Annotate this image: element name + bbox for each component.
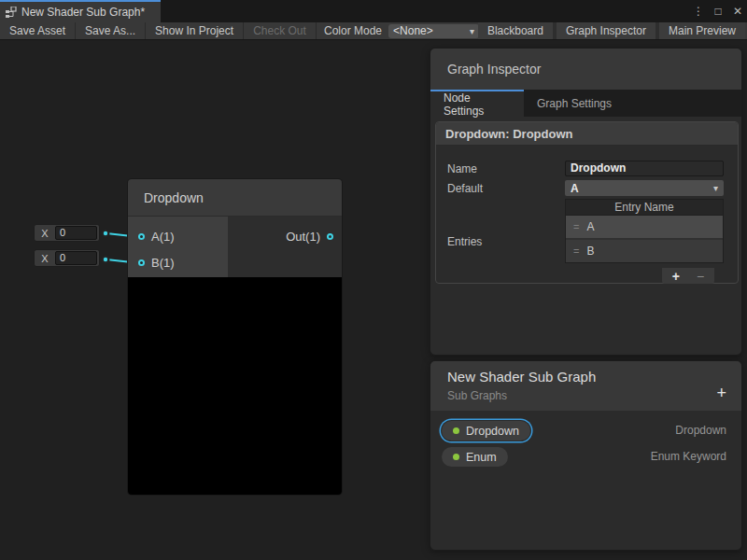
inspector-tabbar: Node Settings Graph Settings — [430, 90, 741, 117]
node-settings-section: Dropdown: Dropdown Name Dropdown Default… — [435, 121, 739, 284]
property-dot-icon — [453, 454, 459, 460]
node-title[interactable]: Dropdown — [128, 179, 342, 217]
blackboard-title: New Shader Sub Graph — [447, 369, 596, 385]
port-a-label: A(1) — [151, 230, 175, 244]
drag-handle-icon[interactable]: = — [573, 221, 579, 232]
entries-label: Entries — [447, 235, 482, 248]
graph-inspector-title: Graph Inspector — [447, 62, 541, 77]
port-a[interactable]: A(1) — [138, 230, 175, 244]
add-property-button[interactable]: + — [716, 384, 726, 403]
graph-inspector-panel: Graph Inspector Node Settings Graph Sett… — [430, 48, 742, 356]
port-out[interactable]: Out(1) — [286, 230, 333, 244]
blackboard-item-enum: Enum Enum Keyword — [430, 447, 742, 468]
port-b[interactable]: B(1) — [138, 256, 175, 270]
default-dropdown[interactable]: A ▾ — [565, 180, 724, 196]
name-field[interactable]: Dropdown — [565, 161, 724, 176]
port-b-icon[interactable] — [138, 259, 145, 266]
entry-row[interactable]: = B — [566, 240, 723, 262]
property-type-label: Dropdown — [675, 424, 726, 437]
color-mode-value: <None> — [393, 24, 433, 37]
remove-entry-button[interactable]: − — [697, 269, 704, 284]
title-bar: New Shader Sub Graph* ⋮ □ ✕ — [0, 0, 747, 22]
color-mode-label: Color Mode — [324, 24, 382, 37]
shader-graph-icon — [6, 7, 17, 18]
maximize-icon[interactable]: □ — [712, 5, 724, 18]
entry-row[interactable]: = A — [566, 216, 723, 238]
port-b-label: B(1) — [151, 256, 175, 270]
save-as-button[interactable]: Save As... — [76, 22, 146, 39]
toolbar: Save Asset Save As... Show In Project Ch… — [0, 22, 747, 40]
save-asset-button[interactable]: Save Asset — [0, 22, 76, 39]
enum-property-pill[interactable]: Enum — [442, 447, 508, 467]
default-label: Default — [447, 182, 483, 195]
blackboard-toggle-button[interactable]: Blackboard — [478, 22, 553, 39]
show-in-project-button[interactable]: Show In Project — [146, 22, 244, 39]
property-label: Dropdown — [466, 425, 519, 438]
chevron-down-icon: ▾ — [713, 183, 718, 193]
blackboard-header[interactable]: New Shader Sub Graph Sub Graphs + — [430, 361, 741, 411]
blackboard-subtitle: Sub Graphs — [447, 389, 507, 402]
name-label: Name — [447, 162, 477, 175]
graph-inspector-toggle-button[interactable]: Graph Inspector — [557, 22, 655, 39]
drag-handle-icon[interactable]: = — [573, 245, 579, 257]
input-a-value-field[interactable]: 0 — [55, 226, 97, 240]
default-value: A — [571, 182, 579, 195]
entries-table: Entry Name = A = B — [565, 199, 724, 263]
input-a-value-widget[interactable]: X 0 — [34, 224, 100, 242]
blackboard-panel: New Shader Sub Graph Sub Graphs + Dropdo… — [430, 360, 742, 551]
dropdown-node[interactable]: Dropdown A(1) B(1) Out(1) — [128, 179, 342, 495]
blackboard-item-dropdown: Dropdown Dropdown — [430, 421, 742, 441]
dropdown-property-pill[interactable]: Dropdown — [442, 421, 530, 441]
window-menu-icon[interactable]: ⋮ — [693, 5, 704, 18]
color-mode-dropdown[interactable]: <None> ▾ — [388, 24, 479, 38]
chevron-down-icon: ▾ — [470, 26, 474, 36]
entries-footer: + − — [662, 268, 714, 284]
component-x-label: X — [35, 228, 55, 239]
input-b-value-field[interactable]: 0 — [55, 251, 97, 265]
add-entry-button[interactable]: + — [672, 269, 680, 284]
tab-node-settings[interactable]: Node Settings — [430, 90, 524, 117]
entry-row-label: A — [586, 220, 594, 233]
shader-graph-window: New Shader Sub Graph* ⋮ □ ✕ Save Asset S… — [0, 0, 747, 560]
graph-inspector-header[interactable]: Graph Inspector — [430, 49, 741, 90]
component-x-label: X — [35, 253, 55, 264]
tab-graph-settings[interactable]: Graph Settings — [524, 90, 625, 117]
section-title: Dropdown: Dropdown — [436, 122, 738, 146]
document-tab-title: New Shader Sub Graph* — [21, 6, 145, 19]
close-icon[interactable]: ✕ — [732, 5, 743, 18]
check-out-button: Check Out — [244, 22, 317, 39]
property-type-label: Enum Keyword — [651, 450, 726, 463]
port-out-icon[interactable] — [327, 233, 333, 240]
entry-row-label: B — [586, 245, 594, 258]
port-a-icon[interactable] — [138, 233, 145, 240]
input-b-value-widget[interactable]: X 0 — [34, 249, 100, 267]
node-preview — [128, 277, 342, 495]
port-out-label: Out(1) — [286, 230, 320, 244]
property-dot-icon — [453, 427, 459, 434]
property-label: Enum — [466, 451, 497, 464]
entries-table-header: Entry Name — [566, 200, 723, 216]
main-preview-toggle-button[interactable]: Main Preview — [659, 22, 745, 39]
document-tab[interactable]: New Shader Sub Graph* — [0, 0, 161, 22]
